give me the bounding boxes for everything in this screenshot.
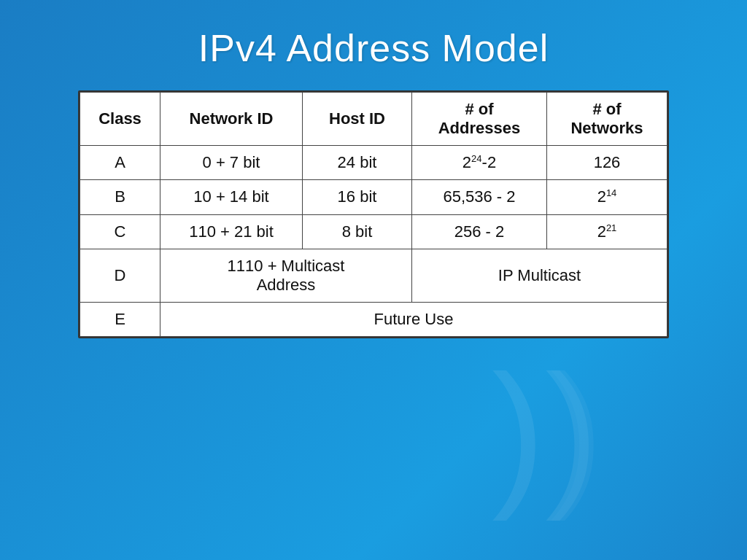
svg-text:): ) xyxy=(550,342,603,521)
cell-class-d: D xyxy=(80,249,160,302)
background-decoration: )) ) xyxy=(455,341,747,560)
ipv4-table-wrapper: Class Network ID Host ID # ofAddresses #… xyxy=(78,90,669,338)
cell-class-e: E xyxy=(80,302,160,336)
cell-host-c: 8 bit xyxy=(303,214,412,249)
ipv4-address-table: Class Network ID Host ID # ofAddresses #… xyxy=(80,92,667,337)
cell-network-a: 0 + 7 bit xyxy=(160,146,303,180)
cell-future-use: Future Use xyxy=(160,302,667,336)
table-row: B 10 + 14 bit 16 bit 65,536 - 2 214 xyxy=(80,180,667,214)
table-header-row: Class Network ID Host ID # ofAddresses #… xyxy=(80,93,667,146)
header-num-networks: # ofNetworks xyxy=(547,93,667,146)
cell-class-c: C xyxy=(80,214,160,249)
cell-network-b: 10 + 14 bit xyxy=(160,180,303,214)
header-class: Class xyxy=(80,93,160,146)
cell-addresses-d: IP Multicast xyxy=(412,249,667,302)
cell-addresses-b: 65,536 - 2 xyxy=(412,180,547,214)
table-row: A 0 + 7 bit 24 bit 224-2 126 xyxy=(80,146,667,180)
cell-addresses-a: 224-2 xyxy=(412,146,547,180)
cell-networks-c: 221 xyxy=(547,214,667,249)
header-network-id: Network ID xyxy=(160,93,303,146)
header-num-addresses: # ofAddresses xyxy=(412,93,547,146)
table-row: E Future Use xyxy=(80,302,667,336)
cell-addresses-c: 256 - 2 xyxy=(412,214,547,249)
cell-network-c: 110 + 21 bit xyxy=(160,214,303,249)
cell-host-b: 16 bit xyxy=(303,180,412,214)
table-row: C 110 + 21 bit 8 bit 256 - 2 221 xyxy=(80,214,667,249)
svg-text:)): )) xyxy=(492,342,599,521)
table-row: D 1110 + MulticastAddress IP Multicast xyxy=(80,249,667,302)
cell-host-a: 24 bit xyxy=(303,146,412,180)
cell-class-b: B xyxy=(80,180,160,214)
cell-networks-a: 126 xyxy=(547,146,667,180)
cell-networks-b: 214 xyxy=(547,180,667,214)
page-title: IPv4 Address Model xyxy=(198,26,549,70)
cell-class-a: A xyxy=(80,146,160,180)
header-host-id: Host ID xyxy=(303,93,412,146)
cell-network-d: 1110 + MulticastAddress xyxy=(160,249,412,302)
